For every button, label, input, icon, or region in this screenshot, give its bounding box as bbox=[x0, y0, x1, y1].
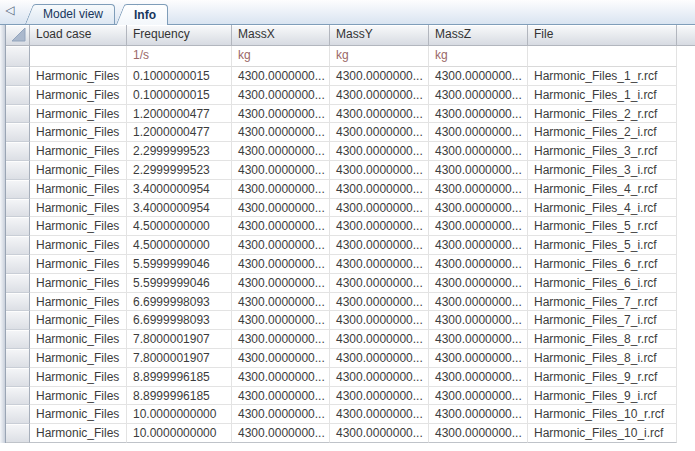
row-selector[interactable] bbox=[6, 368, 30, 387]
row-selector[interactable] bbox=[6, 274, 30, 293]
cell-frequency[interactable]: 3.4000000954 bbox=[127, 199, 232, 218]
row-selector[interactable] bbox=[6, 330, 30, 349]
cell-load-case[interactable]: Harmonic_Files bbox=[30, 142, 127, 161]
cell-load-case[interactable]: Harmonic_Files bbox=[30, 368, 127, 387]
cell-file[interactable]: Harmonic_Files_2_i.rcf bbox=[528, 123, 677, 142]
cell-frequency[interactable]: 8.8999996185 bbox=[127, 368, 232, 387]
row-selector[interactable] bbox=[6, 86, 30, 105]
cell-file[interactable]: Harmonic_Files_6_r.rcf bbox=[528, 255, 677, 274]
cell-frequency[interactable]: 6.6999998093 bbox=[127, 293, 232, 312]
cell-massy[interactable]: 4300.0000000... bbox=[330, 142, 429, 161]
cell-load-case[interactable]: Harmonic_Files bbox=[30, 387, 127, 406]
cell-massz[interactable]: 4300.0000000... bbox=[429, 67, 528, 86]
cell-file[interactable]: Harmonic_Files_9_r.rcf bbox=[528, 368, 677, 387]
row-selector[interactable] bbox=[6, 293, 30, 312]
cell-massy[interactable]: 4300.0000000... bbox=[330, 67, 429, 86]
cell-massx[interactable]: 4300.0000000... bbox=[232, 217, 330, 236]
cell-frequency[interactable]: 0.1000000015 bbox=[127, 67, 232, 86]
cell-massz[interactable]: 4300.0000000... bbox=[429, 217, 528, 236]
cell-massy[interactable]: 4300.0000000... bbox=[330, 255, 429, 274]
cell-massy[interactable]: 4300.0000000... bbox=[330, 123, 429, 142]
cell-file[interactable]: Harmonic_Files_1_i.rcf bbox=[528, 86, 677, 105]
row-selector[interactable] bbox=[6, 349, 30, 368]
cell-massx[interactable]: 4300.0000000... bbox=[232, 330, 330, 349]
cell-load-case[interactable]: Harmonic_Files bbox=[30, 105, 127, 124]
cell-massz[interactable]: 4300.0000000... bbox=[429, 405, 528, 424]
cell-massx[interactable]: 4300.0000000... bbox=[232, 255, 330, 274]
cell-file[interactable]: Harmonic_Files_4_i.rcf bbox=[528, 199, 677, 218]
column-header-file[interactable]: File bbox=[528, 25, 677, 46]
cell-massy[interactable]: 4300.0000000... bbox=[330, 293, 429, 312]
tab-model-view[interactable]: Model view bbox=[36, 4, 115, 24]
cell-massx[interactable]: 4300.0000000... bbox=[232, 387, 330, 406]
cell-massx[interactable]: 4300.0000000... bbox=[232, 311, 330, 330]
cell-load-case[interactable]: Harmonic_Files bbox=[30, 349, 127, 368]
cell-massz[interactable]: 4300.0000000... bbox=[429, 180, 528, 199]
tab-scroll-left-icon[interactable]: ◁ bbox=[3, 2, 17, 18]
cell-frequency[interactable]: 5.5999999046 bbox=[127, 255, 232, 274]
row-selector[interactable] bbox=[6, 424, 30, 443]
row-selector[interactable] bbox=[6, 46, 30, 67]
cell-massy[interactable]: 4300.0000000... bbox=[330, 161, 429, 180]
cell-load-case[interactable]: Harmonic_Files bbox=[30, 424, 127, 443]
cell-file[interactable]: Harmonic_Files_3_r.rcf bbox=[528, 142, 677, 161]
row-selector[interactable] bbox=[6, 180, 30, 199]
cell-load-case[interactable]: Harmonic_Files bbox=[30, 199, 127, 218]
cell-file[interactable]: Harmonic_Files_3_i.rcf bbox=[528, 161, 677, 180]
cell-massy[interactable]: 4300.0000000... bbox=[330, 86, 429, 105]
cell-load-case[interactable]: Harmonic_Files bbox=[30, 330, 127, 349]
cell-load-case[interactable]: Harmonic_Files bbox=[30, 405, 127, 424]
cell-massz[interactable]: 4300.0000000... bbox=[429, 293, 528, 312]
cell-load-case[interactable]: Harmonic_Files bbox=[30, 180, 127, 199]
cell-load-case[interactable]: Harmonic_Files bbox=[30, 217, 127, 236]
cell-frequency[interactable]: 4.5000000000 bbox=[127, 217, 232, 236]
row-selector[interactable] bbox=[6, 105, 30, 124]
cell-massx[interactable]: 4300.0000000... bbox=[232, 161, 330, 180]
cell-massx[interactable]: 4300.0000000... bbox=[232, 86, 330, 105]
column-header-frequency[interactable]: Frequency bbox=[127, 25, 232, 46]
tab-info[interactable]: Info bbox=[127, 4, 168, 25]
cell-massz[interactable]: 4300.0000000... bbox=[429, 161, 528, 180]
cell-massz[interactable]: 4300.0000000... bbox=[429, 105, 528, 124]
cell-frequency[interactable]: 1.2000000477 bbox=[127, 123, 232, 142]
cell-frequency[interactable]: 7.8000001907 bbox=[127, 349, 232, 368]
cell-massy[interactable]: 4300.0000000... bbox=[330, 387, 429, 406]
cell-file[interactable]: Harmonic_Files_1_r.rcf bbox=[528, 67, 677, 86]
cell-frequency[interactable]: 10.0000000000 bbox=[127, 424, 232, 443]
cell-massy[interactable]: 4300.0000000... bbox=[330, 274, 429, 293]
cell-load-case[interactable]: Harmonic_Files bbox=[30, 236, 127, 255]
cell-file[interactable]: Harmonic_Files_10_i.rcf bbox=[528, 424, 677, 443]
cell-massx[interactable]: 4300.0000000... bbox=[232, 424, 330, 443]
column-header-load-case[interactable]: Load case bbox=[30, 25, 127, 46]
cell-file[interactable]: Harmonic_Files_7_r.rcf bbox=[528, 293, 677, 312]
cell-massz[interactable]: 4300.0000000... bbox=[429, 274, 528, 293]
cell-load-case[interactable]: Harmonic_Files bbox=[30, 255, 127, 274]
cell-massx[interactable]: 4300.0000000... bbox=[232, 199, 330, 218]
cell-load-case[interactable]: Harmonic_Files bbox=[30, 123, 127, 142]
row-selector[interactable] bbox=[6, 199, 30, 218]
cell-massy[interactable]: 4300.0000000... bbox=[330, 311, 429, 330]
cell-massx[interactable]: 4300.0000000... bbox=[232, 368, 330, 387]
cell-massx[interactable]: 4300.0000000... bbox=[232, 105, 330, 124]
cell-frequency[interactable]: 8.8999996185 bbox=[127, 387, 232, 406]
row-selector[interactable] bbox=[6, 123, 30, 142]
cell-file[interactable]: Harmonic_Files_8_r.rcf bbox=[528, 330, 677, 349]
cell-massy[interactable]: 4300.0000000... bbox=[330, 349, 429, 368]
cell-massy[interactable]: 4300.0000000... bbox=[330, 199, 429, 218]
cell-file[interactable]: Harmonic_Files_7_i.rcf bbox=[528, 311, 677, 330]
cell-frequency[interactable]: 4.5000000000 bbox=[127, 236, 232, 255]
cell-massy[interactable]: 4300.0000000... bbox=[330, 105, 429, 124]
row-selector[interactable] bbox=[6, 161, 30, 180]
cell-massx[interactable]: 4300.0000000... bbox=[232, 349, 330, 368]
cell-massz[interactable]: 4300.0000000... bbox=[429, 349, 528, 368]
cell-file[interactable]: Harmonic_Files_9_i.rcf bbox=[528, 387, 677, 406]
cell-massy[interactable]: 4300.0000000... bbox=[330, 368, 429, 387]
cell-frequency[interactable]: 6.6999998093 bbox=[127, 311, 232, 330]
cell-frequency[interactable]: 2.2999999523 bbox=[127, 161, 232, 180]
row-selector[interactable] bbox=[6, 67, 30, 86]
cell-file[interactable]: Harmonic_Files_5_r.rcf bbox=[528, 217, 677, 236]
cell-massx[interactable]: 4300.0000000... bbox=[232, 142, 330, 161]
cell-file[interactable]: Harmonic_Files_5_i.rcf bbox=[528, 236, 677, 255]
cell-massx[interactable]: 4300.0000000... bbox=[232, 67, 330, 86]
cell-file[interactable]: Harmonic_Files_2_r.rcf bbox=[528, 105, 677, 124]
